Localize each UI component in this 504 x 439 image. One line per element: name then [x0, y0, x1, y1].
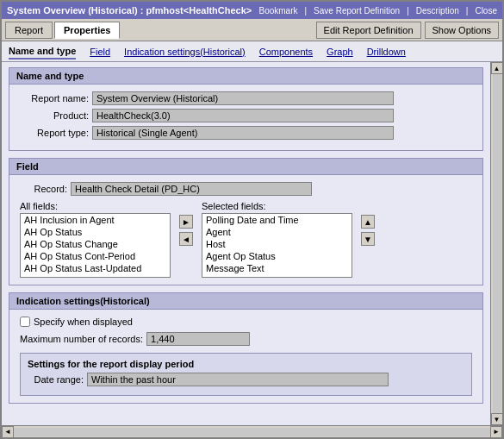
all-fields-label: All fields: — [20, 201, 171, 211]
record-value: Health Check Detail (PD_HC) — [71, 182, 312, 196]
close-link[interactable]: Close — [475, 6, 497, 16]
fields-container: All fields: AH Inclusion in Agent AH Op … — [20, 201, 472, 278]
selected-field-item-1[interactable]: Agent — [202, 226, 352, 238]
move-right-arrow[interactable]: ► — [179, 215, 193, 229]
report-name-label: Report name: — [20, 93, 89, 103]
date-range-row: Date range: Within the past hour — [28, 373, 464, 386]
tab-indication-settings[interactable]: Indication settings(Historical) — [124, 47, 246, 59]
show-options-button[interactable]: Show Options — [425, 22, 499, 39]
field-section: Field Record: Health Check Detail (PD_HC… — [9, 158, 483, 285]
field-header: Field — [9, 159, 482, 175]
max-records-row: Maximum number of records: 1,440 — [20, 332, 472, 346]
all-field-item-3[interactable]: AH Op Status Cont-Period — [21, 250, 170, 262]
bookmark-link[interactable]: Bookmark — [258, 6, 297, 16]
max-records-value: 1,440 — [146, 332, 250, 346]
scroll-right-button[interactable]: ► — [490, 426, 502, 438]
indication-settings-body: Specify when displayed Maximum number of… — [9, 310, 482, 403]
indication-settings-header: Indication settings(Historical) — [9, 293, 482, 310]
all-fields-list[interactable]: AH Inclusion in Agent AH Op Status AH Op… — [20, 213, 171, 278]
scroll-left-button[interactable]: ◄ — [2, 426, 14, 438]
bottom-scrollbar: ◄ ► — [2, 425, 502, 437]
product-value: HealthCheck(3.0) — [92, 109, 394, 122]
toolbar-tabs: Report Properties — [5, 22, 120, 39]
selected-sort-arrows: ▲ ▼ — [359, 215, 376, 246]
selected-field-item-4[interactable]: Message Text — [202, 262, 352, 274]
scroll-horizontal-track[interactable] — [14, 428, 490, 436]
tab-graph[interactable]: Graph — [327, 47, 353, 59]
selected-fields-list[interactable]: Polling Date and Time Agent Host Agent O… — [202, 213, 352, 278]
selected-fields-scroll: Polling Date and Time Agent Host Agent O… — [202, 214, 352, 274]
selected-field-item-3[interactable]: Agent Op Status — [202, 250, 352, 262]
field-body: Record: Health Check Detail (PD_HC) All … — [9, 175, 482, 285]
all-fields-scroll: AH Inclusion in Agent AH Op Status AH Op… — [21, 214, 170, 274]
max-records-label: Maximum number of records: — [20, 334, 143, 344]
all-fields-col: All fields: AH Inclusion in Agent AH Op … — [20, 201, 171, 278]
display-period-section: Settings for the report display period D… — [20, 353, 472, 396]
selected-field-item-0[interactable]: Polling Date and Time — [202, 214, 352, 226]
specify-checkbox[interactable] — [20, 317, 30, 327]
scroll-up-button[interactable]: ▲ — [491, 62, 503, 74]
name-and-type-body: Report name: System Overview (Historical… — [9, 85, 482, 150]
report-tab[interactable]: Report — [5, 22, 53, 39]
all-field-item-2[interactable]: AH Op Status Change — [21, 238, 170, 250]
scroll-down-button[interactable]: ▼ — [491, 413, 503, 425]
main-content: Name and type Report name: System Overvi… — [2, 62, 490, 425]
tab-drilldown[interactable]: Drilldown — [367, 47, 406, 59]
all-field-item-0[interactable]: AH Inclusion in Agent — [21, 214, 170, 226]
selected-field-item-2[interactable]: Host — [202, 238, 352, 250]
record-label: Record: — [20, 184, 67, 194]
move-left-arrow[interactable]: ◄ — [179, 232, 193, 246]
nav-tabs-bar: Name and type Field Indication settings(… — [2, 41, 502, 62]
selected-fields-label: Selected fields: — [202, 201, 352, 211]
date-range-value: Within the past hour — [87, 373, 389, 386]
date-range-label: Date range: — [28, 374, 84, 385]
title-bar: System Overview (Historical) : pfmhost<H… — [2, 2, 502, 19]
product-row: Product: HealthCheck(3.0) — [20, 109, 472, 122]
sort-down-arrow[interactable]: ▼ — [361, 232, 375, 246]
name-and-type-section: Name and type Report name: System Overvi… — [9, 67, 483, 151]
tab-components[interactable]: Components — [259, 47, 313, 59]
display-period-title: Settings for the report display period — [28, 359, 464, 369]
specify-label: Specify when displayed — [34, 317, 133, 327]
all-field-item-4[interactable]: AH Op Status Last-Updated — [21, 262, 170, 274]
description-link[interactable]: Description — [416, 6, 459, 16]
properties-tab[interactable]: Properties — [54, 22, 120, 39]
report-type-label: Report type: — [20, 128, 89, 138]
record-row: Record: Health Check Detail (PD_HC) — [20, 182, 472, 196]
report-name-value: System Overview (Historical) — [92, 91, 394, 105]
main-window: System Overview (Historical) : pfmhost<H… — [0, 0, 504, 439]
toolbar: Report Properties Edit Report Definition… — [2, 19, 502, 41]
edit-report-definition-button[interactable]: Edit Report Definition — [316, 22, 421, 39]
specify-when-row: Specify when displayed — [20, 317, 472, 327]
content-area: Name and type Report name: System Overvi… — [2, 62, 502, 425]
save-report-link[interactable]: Save Report Definition — [314, 6, 400, 16]
name-and-type-header: Name and type — [9, 68, 482, 85]
sort-up-arrow[interactable]: ▲ — [361, 215, 375, 229]
title-bar-left: System Overview (Historical) : pfmhost<H… — [7, 5, 252, 16]
tab-field[interactable]: Field — [90, 47, 110, 59]
all-field-item-1[interactable]: AH Op Status — [21, 226, 170, 238]
product-label: Product: — [20, 110, 89, 121]
report-type-value: Historical (Single Agent) — [92, 126, 394, 140]
title-bar-actions: Bookmark | Save Report Definition | Desc… — [258, 6, 497, 16]
list-scroll-arrows: ► ◄ — [177, 215, 195, 246]
selected-fields-col: Selected fields: Polling Date and Time A… — [202, 201, 352, 278]
scroll-vertical-track[interactable] — [493, 74, 501, 413]
window-title: System Overview (Historical) : pfmhost<H… — [7, 5, 252, 16]
tab-name-and-type[interactable]: Name and type — [9, 46, 76, 60]
right-scrollbar: ▲ ▼ — [490, 62, 502, 425]
report-name-row: Report name: System Overview (Historical… — [20, 91, 472, 105]
report-type-row: Report type: Historical (Single Agent) — [20, 126, 472, 140]
toolbar-right-buttons: Edit Report Definition Show Options — [316, 22, 499, 39]
indication-settings-section: Indication settings(Historical) Specify … — [9, 292, 483, 404]
